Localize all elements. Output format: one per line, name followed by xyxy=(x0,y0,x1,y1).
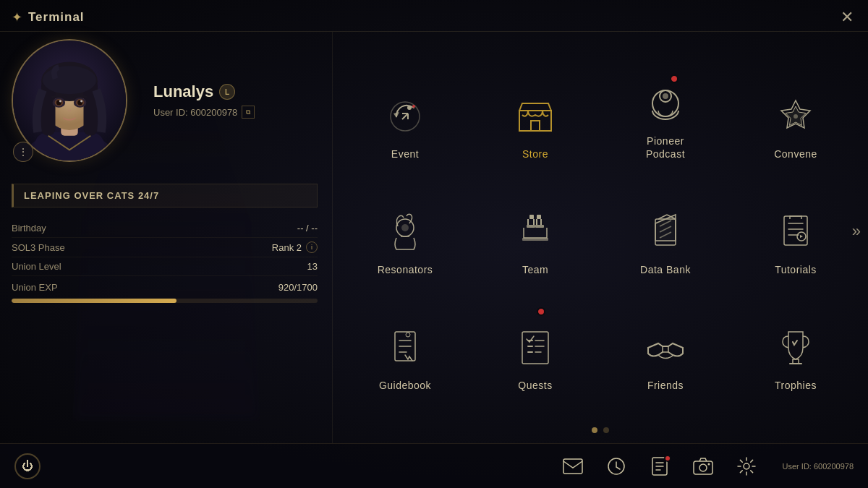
svg-point-23 xyxy=(793,114,798,119)
stats-section: Birthday -- / -- SOL3 Phase Rank 2 i Uni… xyxy=(12,219,318,276)
friends-label: Friends xyxy=(647,379,684,392)
top-bar-left: ✦ Terminal xyxy=(12,9,85,25)
store-icon xyxy=(510,91,561,142)
pagination xyxy=(347,423,854,436)
menu-item-guidebook[interactable]: Guidebook xyxy=(347,293,463,401)
svg-point-19 xyxy=(412,105,415,108)
svg-rect-37 xyxy=(563,459,582,474)
trophies-icon xyxy=(770,322,821,373)
stat-sol3: SOL3 Phase Rank 2 i xyxy=(12,238,318,257)
sol3-value: Rank 2 i xyxy=(272,241,318,253)
avatar-container: ⋮ xyxy=(12,39,142,176)
svg-point-42 xyxy=(707,463,710,465)
left-content: ⋮ Lunalys L User ID: 600200978 ⧉ xyxy=(12,39,318,303)
birthday-label: Birthday xyxy=(12,223,46,234)
data-bank-label: Data Bank xyxy=(640,263,691,276)
convene-label: Convene xyxy=(774,147,817,160)
resonators-icon xyxy=(380,207,430,257)
camera-button[interactable] xyxy=(690,453,716,479)
union-level-value: 13 xyxy=(307,261,318,272)
svg-rect-27 xyxy=(537,215,541,219)
menu-item-store[interactable]: Store xyxy=(477,61,593,170)
svg-point-41 xyxy=(699,464,707,471)
menu-item-quests[interactable]: Quests xyxy=(477,293,593,401)
svg-rect-26 xyxy=(529,215,534,219)
terminal-icon: ✦ xyxy=(12,9,22,25)
sol3-info-button[interactable]: i xyxy=(306,241,318,253)
username: Lunalys L xyxy=(153,82,318,101)
next-page-button[interactable]: » xyxy=(852,222,861,241)
svg-rect-29 xyxy=(535,225,544,228)
menu-grid: Event xyxy=(347,61,854,401)
store-label: Store xyxy=(522,147,548,160)
page-dot-2[interactable] xyxy=(603,427,609,433)
resonators-label: Resonators xyxy=(378,263,433,276)
data-bank-icon xyxy=(640,207,691,257)
top-bar: ✦ Terminal ✕ xyxy=(0,0,868,32)
stat-birthday: Birthday -- / -- xyxy=(12,219,318,238)
svg-point-22 xyxy=(663,93,668,99)
menu-grid-wrapper: Event xyxy=(347,39,854,423)
quests-label: Quests xyxy=(518,379,552,392)
svg-point-15 xyxy=(59,100,61,103)
svg-point-35 xyxy=(406,333,410,337)
team-label: Team xyxy=(522,263,548,276)
quests-notification xyxy=(537,307,545,316)
exp-row: Union EXP 920/1700 xyxy=(12,276,318,296)
bottom-right: User ID: 600200978 xyxy=(560,453,854,479)
svg-rect-28 xyxy=(527,225,535,228)
svg-point-18 xyxy=(407,106,412,110)
avatar-row: ⋮ Lunalys L User ID: 600200978 ⧉ xyxy=(12,39,318,176)
clock-button[interactable] xyxy=(603,453,629,479)
svg-point-25 xyxy=(401,224,409,231)
svg-rect-32 xyxy=(784,216,807,245)
svg-point-16 xyxy=(80,100,82,103)
svg-rect-30 xyxy=(522,238,548,241)
bottom-bar: ⏻ xyxy=(0,443,868,488)
settings-button[interactable] xyxy=(733,453,760,479)
menu-item-team[interactable]: Team xyxy=(477,177,593,286)
svg-rect-2 xyxy=(34,132,105,160)
stat-union-level: Union Level 13 xyxy=(12,257,318,276)
left-panel: ⋮ Lunalys L User ID: 600200978 ⧉ xyxy=(0,32,333,443)
tutorials-icon xyxy=(770,207,821,257)
mail-button[interactable] xyxy=(560,453,586,479)
friends-icon xyxy=(640,322,691,373)
trophies-label: Trophies xyxy=(775,379,817,392)
guild-banner: LEAPING OVER CATS 24/7 xyxy=(12,184,318,207)
name-section: Lunalys L User ID: 600200978 ⧉ xyxy=(153,39,318,119)
convene-icon xyxy=(770,91,821,142)
copy-id-button[interactable]: ⧉ xyxy=(242,106,255,119)
avatar-options-button[interactable]: ⋮ xyxy=(13,142,33,162)
notes-notification xyxy=(664,455,671,462)
pioneer-podcast-label: PioneerPodcast xyxy=(646,134,685,160)
menu-item-tutorials[interactable]: Tutorials xyxy=(738,177,854,286)
event-label: Event xyxy=(391,147,419,160)
team-icon xyxy=(510,207,561,257)
right-panel: Event xyxy=(333,32,868,443)
birthday-value: -- / -- xyxy=(297,223,318,234)
exp-value: 920/1700 xyxy=(278,282,318,293)
menu-item-friends[interactable]: Friends xyxy=(608,293,723,401)
svg-point-8 xyxy=(43,66,96,94)
menu-item-resonators[interactable]: Resonators xyxy=(347,177,463,286)
page-dot-1[interactable] xyxy=(592,427,597,433)
power-button[interactable]: ⏻ xyxy=(14,453,41,479)
guidebook-label: Guidebook xyxy=(379,379,431,392)
svg-rect-40 xyxy=(694,461,712,474)
main-content: ⋮ Lunalys L User ID: 600200978 ⧉ xyxy=(0,32,868,443)
menu-item-trophies[interactable]: Trophies xyxy=(738,293,854,401)
close-button[interactable]: ✕ xyxy=(841,8,854,27)
bottom-userid: User ID: 600200978 xyxy=(783,462,854,471)
menu-item-event[interactable]: Event xyxy=(347,61,463,170)
top-bar-title: Terminal xyxy=(28,10,85,25)
guidebook-icon xyxy=(380,322,430,373)
svg-point-43 xyxy=(744,463,749,469)
menu-item-data-bank[interactable]: Data Bank xyxy=(608,177,723,286)
notes-button[interactable] xyxy=(647,453,673,479)
svg-rect-36 xyxy=(522,332,548,364)
menu-item-pioneer-podcast[interactable]: PioneerPodcast xyxy=(608,61,723,170)
menu-item-convene[interactable]: Convene xyxy=(738,61,854,170)
exp-bar-container xyxy=(12,299,318,303)
exp-label: Union EXP xyxy=(12,282,58,293)
